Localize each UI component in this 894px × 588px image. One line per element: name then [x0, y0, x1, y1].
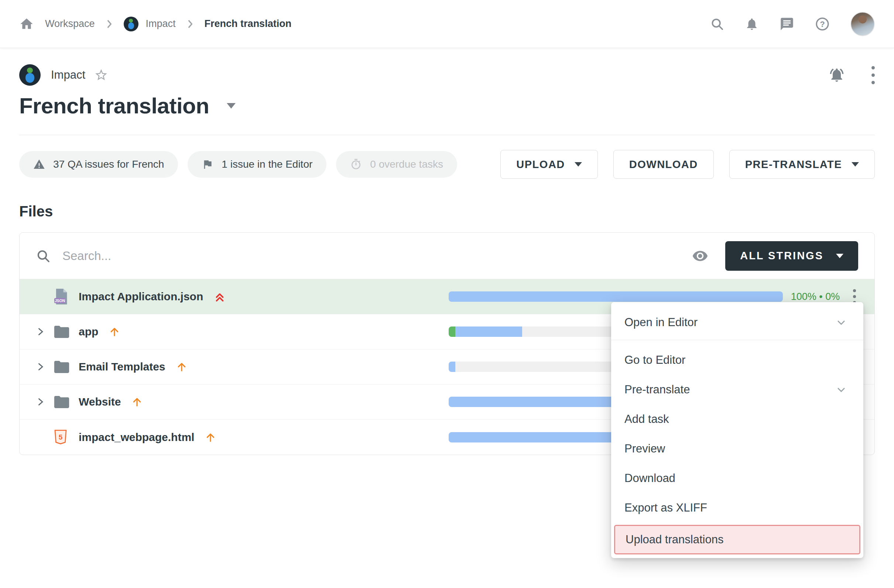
row-more-menu-icon[interactable] — [848, 289, 861, 304]
file-context-menu: Open in Editor Go to Editor Pre-translat… — [611, 302, 863, 558]
priority-high-icon — [131, 396, 143, 408]
menu-item-open-in-editor[interactable]: Open in Editor — [611, 305, 863, 340]
file-name: impact_webpage.html — [79, 431, 194, 444]
priority-high-icon — [176, 361, 187, 373]
progress-bar — [449, 292, 783, 302]
notifications-icon[interactable] — [745, 17, 759, 31]
chevron-down-icon — [836, 254, 843, 258]
header-divider — [19, 135, 875, 135]
user-avatar[interactable] — [850, 12, 875, 36]
breadcrumb-project[interactable]: Impact — [124, 17, 176, 32]
page-title: French translation — [19, 93, 209, 119]
search-icon[interactable] — [710, 17, 724, 31]
svg-text:JSON: JSON — [54, 299, 65, 303]
priority-high-icon — [205, 431, 216, 443]
upload-button[interactable]: UPLOAD — [500, 150, 598, 179]
folder-name: Email Templates — [79, 360, 165, 373]
project-header: Impact — [19, 64, 875, 86]
priority-highest-icon — [213, 290, 226, 303]
pre-translate-button[interactable]: PRE-TRANSLATE — [729, 150, 875, 179]
editor-issues-badge[interactable]: 1 issue in the Editor — [187, 151, 326, 178]
messages-icon[interactable] — [779, 17, 794, 32]
folder-name: app — [79, 325, 98, 338]
priority-high-icon — [109, 326, 120, 337]
progress-label: 100% • 0% — [783, 291, 848, 302]
warning-icon — [33, 159, 45, 170]
timer-icon — [350, 159, 362, 170]
top-navigation-bar: Workspace Impact French translation ? — [0, 0, 894, 48]
expand-chevron-icon[interactable] — [35, 326, 54, 337]
folder-icon — [54, 395, 77, 409]
folder-icon — [54, 325, 77, 339]
qa-issues-badge[interactable]: 37 QA issues for French — [19, 151, 178, 178]
files-toolbar: ALL STRINGS — [20, 233, 874, 279]
folder-name: Website — [79, 396, 121, 408]
folder-icon — [54, 360, 77, 374]
svg-text:?: ? — [820, 19, 825, 29]
project-name[interactable]: Impact — [51, 68, 85, 82]
project-more-menu-icon[interactable] — [871, 66, 875, 84]
title-dropdown-icon[interactable] — [227, 103, 236, 109]
files-heading: Files — [19, 203, 875, 220]
menu-item-export-as-xliff[interactable]: Export as XLIFF — [611, 493, 863, 523]
breadcrumb: Workspace Impact French translation — [19, 17, 291, 32]
chevron-down-icon — [835, 316, 847, 328]
eye-visibility-icon[interactable] — [692, 248, 708, 264]
expand-chevron-icon[interactable] — [35, 397, 54, 407]
menu-item-add-task[interactable]: Add task — [611, 404, 863, 434]
project-logo-icon — [19, 64, 41, 86]
menu-item-go-to-editor[interactable]: Go to Editor — [611, 345, 863, 375]
project-logo-icon — [124, 17, 139, 32]
search-icon — [36, 249, 51, 263]
menu-item-download[interactable]: Download — [611, 464, 863, 493]
help-icon[interactable]: ? — [815, 17, 830, 32]
breadcrumb-current-page: French translation — [205, 18, 292, 30]
search-input[interactable] — [62, 249, 692, 263]
menu-item-preview[interactable]: Preview — [611, 434, 863, 464]
download-button[interactable]: DOWNLOAD — [613, 150, 714, 179]
expand-chevron-icon[interactable] — [35, 361, 54, 372]
chevron-right-icon — [187, 19, 193, 29]
strings-filter-button[interactable]: ALL STRINGS — [725, 241, 858, 271]
chevron-right-icon — [106, 19, 113, 29]
file-name: Impact Application.json — [79, 290, 203, 303]
chevron-down-icon — [575, 162, 582, 166]
html-file-icon: 5 — [54, 429, 77, 446]
chevron-down-icon — [852, 162, 859, 166]
star-favorite-icon[interactable] — [94, 68, 108, 82]
json-file-icon: JSON — [54, 288, 77, 305]
notifications-subscribe-icon[interactable] — [829, 67, 845, 83]
home-icon[interactable] — [19, 17, 34, 32]
breadcrumb-workspace[interactable]: Workspace — [45, 18, 95, 30]
overdue-tasks-badge[interactable]: 0 overdue tasks — [336, 151, 457, 178]
menu-item-pre-translate[interactable]: Pre-translate — [611, 375, 863, 404]
svg-text:5: 5 — [59, 433, 63, 441]
flag-icon — [202, 159, 213, 170]
chevron-down-icon — [835, 384, 847, 396]
menu-item-upload-translations[interactable]: Upload translations — [614, 525, 861, 555]
